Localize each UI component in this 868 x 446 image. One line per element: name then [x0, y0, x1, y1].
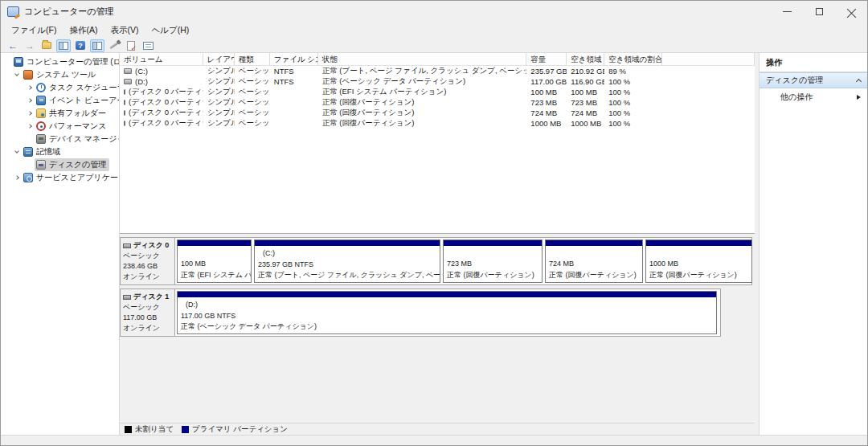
- performance-icon: [36, 121, 46, 131]
- volume-cell-capacity: 724 MB: [526, 108, 567, 117]
- minimize-button[interactable]: [771, 1, 803, 23]
- volume-cell-fs: NTFS: [270, 67, 318, 76]
- disk-type: ベーシック: [123, 251, 172, 261]
- volume-cell-capacity: 117.00 GB: [526, 77, 567, 86]
- column-header-2[interactable]: 種類: [235, 53, 270, 65]
- sidebar-item-shared-folders[interactable]: 共有フォルダー: [1, 107, 119, 120]
- sidebar-item-task-scheduler[interactable]: タスク スケジューラ: [1, 81, 119, 94]
- volume-cell-status: 正常 (回復パーティション): [318, 97, 527, 108]
- volume-name-text: (ディスク 0 パーティション 6): [129, 118, 203, 129]
- console-tree-toggle-button[interactable]: [56, 39, 71, 52]
- partition-color-strip: [255, 240, 440, 246]
- sidebar-item-computer-management[interactable]: コンピューターの管理 (ローカル): [1, 55, 119, 68]
- chevron-collapsed-icon[interactable]: [25, 125, 35, 128]
- volume-list: ボリュームレイアウト種類ファイル システム状態容量空き領域空き領域の割合 (C:…: [120, 53, 755, 234]
- sidebar-item-performance[interactable]: パフォーマンス: [1, 120, 119, 133]
- disk-name: ディスク 0: [133, 240, 169, 251]
- partition-label: [549, 248, 639, 259]
- maximize-button[interactable]: [803, 1, 835, 23]
- partition-box[interactable]: 100 MB正常 (EFI システム パーティション): [177, 239, 252, 283]
- close-icon: [847, 7, 856, 16]
- disk-row-1: ディスク 1ベーシック117.00 GBオンライン(D:)117.00 GB N…: [120, 288, 721, 337]
- menu-help[interactable]: ヘルプ(H): [145, 23, 194, 38]
- forward-button[interactable]: →: [23, 39, 37, 52]
- volume-cell-free_pct: 100 %: [604, 119, 662, 128]
- volume-row[interactable]: (ディスク 0 パーティション 1)シンプルベーシック正常 (EFI システム …: [120, 87, 755, 97]
- disk-type: ベーシック: [123, 302, 172, 313]
- column-header-7[interactable]: 空き領域の割合: [604, 53, 662, 65]
- menu-view[interactable]: 表示(V): [104, 23, 144, 38]
- partitions: (D:)117.00 GB NTFS正常 (ベーシック データ パーティション): [175, 289, 720, 336]
- partition-box[interactable]: (D:)117.00 GB NTFS正常 (ベーシック データ パーティション): [177, 291, 717, 334]
- sidebar-item-system-tools[interactable]: システム ツール: [1, 68, 119, 81]
- volume-row[interactable]: (ディスク 0 パーティション 4)シンプルベーシック正常 (回復パーティション…: [120, 97, 755, 108]
- volume-row[interactable]: (ディスク 0 パーティション 6)シンプルベーシック正常 (回復パーティション…: [120, 118, 755, 129]
- column-header-5[interactable]: 容量: [526, 53, 567, 65]
- menu-file[interactable]: ファイル(F): [6, 23, 62, 38]
- tools-button[interactable]: [107, 39, 121, 52]
- volume-row[interactable]: (C:)シンプルベーシックNTFS正常 (ブート, ページ ファイル, クラッシ…: [120, 66, 755, 76]
- device-manager-icon: [36, 134, 46, 144]
- sidebar-item-disk-management[interactable]: ディスクの管理: [1, 158, 119, 171]
- partition-box[interactable]: (C:)235.97 GB NTFS正常 (ブート, ページ ファイル, クラッ…: [254, 239, 440, 283]
- close-button[interactable]: [835, 1, 867, 23]
- help-icon: ?: [76, 41, 85, 50]
- chevron-collapsed-icon[interactable]: [25, 99, 35, 102]
- computer-management-icon: [14, 57, 23, 67]
- volume-cell-capacity: 1000 MB: [526, 119, 567, 128]
- tree-item-label: 共有フォルダー: [49, 108, 106, 119]
- volume-cell-layout: シンプル: [203, 108, 235, 118]
- volume-row[interactable]: (D:)シンプルベーシックNTFS正常 (ベーシック データ パーティション)1…: [120, 76, 755, 87]
- partition-color-strip: [546, 240, 642, 246]
- legend-swatch-icon: [125, 426, 132, 433]
- partition-box[interactable]: 723 MB正常 (回復パーティション): [443, 239, 542, 283]
- help-button[interactable]: ?: [73, 39, 88, 52]
- disk-title: ディスク 0: [123, 240, 172, 251]
- disk-size: 117.00 GB: [123, 313, 172, 323]
- volume-name-text: (ディスク 0 パーティション 1): [129, 87, 203, 97]
- column-header-3[interactable]: ファイル システム: [270, 53, 318, 65]
- column-header-4[interactable]: 状態: [318, 53, 527, 65]
- sidebar-item-services-applications[interactable]: サービスとアプリケーション: [1, 171, 119, 184]
- volume-cell-free_pct: 100 %: [604, 88, 662, 96]
- disk-info-0[interactable]: ディスク 0ベーシック238.46 GBオンライン: [121, 238, 175, 284]
- tree-item-label: パフォーマンス: [49, 121, 106, 132]
- console-tree: コンピューターの管理 (ローカル)システム ツールタスク スケジューライベント …: [1, 53, 120, 435]
- main-content: コンピューターの管理 (ローカル)システム ツールタスク スケジューライベント …: [1, 53, 867, 435]
- sidebar-item-device-manager[interactable]: デバイス マネージャー: [1, 133, 119, 145]
- volume-cell-type: ベーシック: [235, 66, 270, 76]
- chevron-expanded-icon[interactable]: [12, 151, 22, 153]
- disk-rows: ディスク 0ベーシック238.46 GBオンライン100 MB正常 (EFI シ…: [120, 237, 755, 337]
- folder-button[interactable]: [39, 39, 54, 52]
- actions-section-disk-management[interactable]: ディスクの管理: [760, 72, 867, 88]
- actions-panel: 操作 ディスクの管理 他の操作: [759, 53, 867, 435]
- chevron-collapsed-icon[interactable]: [25, 86, 35, 89]
- more-actions-item[interactable]: 他の操作: [760, 88, 867, 106]
- partition-text: (D:)117.00 GB NTFS正常 (ベーシック データ パーティション): [178, 297, 716, 333]
- back-button[interactable]: ←: [6, 39, 20, 52]
- checklist-button[interactable]: [124, 39, 138, 52]
- partition-box[interactable]: 1000 MB正常 (回復パーティション): [645, 239, 752, 283]
- chevron-collapsed-icon[interactable]: [25, 112, 35, 115]
- disk-info-1[interactable]: ディスク 1ベーシック117.00 GBオンライン: [121, 289, 175, 336]
- partition-color-strip: [178, 240, 251, 246]
- column-header-0[interactable]: ボリューム: [120, 53, 203, 65]
- column-header-1[interactable]: レイアウト: [203, 53, 235, 65]
- column-header-6[interactable]: 空き領域: [567, 53, 604, 65]
- menu-action[interactable]: 操作(A): [63, 23, 103, 38]
- check-document-icon: [127, 41, 135, 51]
- tree-item-content: サービスとアプリケーション: [22, 171, 120, 184]
- volume-cell-free_pct: 89 %: [604, 67, 662, 76]
- sidebar-item-storage[interactable]: 記憶域: [1, 145, 119, 158]
- minimize-icon: [783, 11, 792, 12]
- disk-icon: [123, 295, 131, 300]
- chevron-collapsed-icon[interactable]: [12, 176, 22, 179]
- properties-button[interactable]: [141, 39, 155, 52]
- chevron-expanded-icon[interactable]: [12, 74, 22, 76]
- volume-row[interactable]: (ディスク 0 パーティション 5)シンプルベーシック正常 (回復パーティション…: [120, 108, 755, 118]
- partition-size: 100 MB: [181, 259, 248, 270]
- action-pane-toggle-button[interactable]: [90, 39, 104, 52]
- window-bottom-strip: [1, 435, 867, 445]
- partition-box[interactable]: 724 MB正常 (回復パーティション): [545, 239, 643, 283]
- sidebar-item-event-viewer[interactable]: イベント ビューアー: [1, 94, 119, 107]
